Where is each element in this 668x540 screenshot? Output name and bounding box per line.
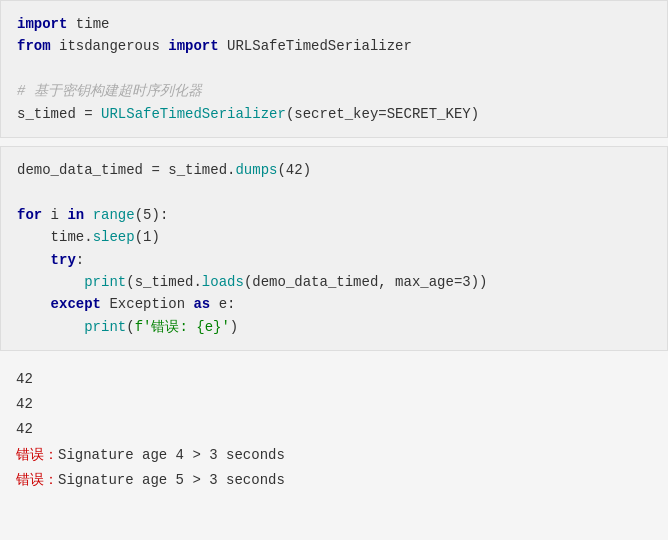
- page-container: import time from itsdangerous import URL…: [0, 0, 668, 501]
- code-line: [17, 58, 651, 80]
- code-line: [17, 181, 651, 203]
- code-line: import time: [17, 13, 651, 35]
- code-line: time.sleep(1): [17, 226, 651, 248]
- code-line: from itsdangerous import URLSafeTimedSer…: [17, 35, 651, 57]
- code-block-2: demo_data_timed = s_timed.dumps(42) for …: [0, 146, 668, 351]
- code-line: except Exception as e:: [17, 293, 651, 315]
- code-line: print(f'错误: {e}'): [17, 316, 651, 338]
- code-line-comment: # 基于密钥构建超时序列化器: [17, 80, 651, 102]
- code-line: print(s_timed.loads(demo_data_timed, max…: [17, 271, 651, 293]
- output-line-4: 错误：Signature age 4 > 3 seconds: [16, 443, 652, 468]
- output-line-1: 42: [16, 367, 652, 392]
- code-line: for i in range(5):: [17, 204, 651, 226]
- output-block: 42 42 42 错误：Signature age 4 > 3 seconds …: [0, 359, 668, 501]
- code-line: try:: [17, 249, 651, 271]
- code-block-1: import time from itsdangerous import URL…: [0, 0, 668, 138]
- code-line: s_timed = URLSafeTimedSerializer(secret_…: [17, 103, 651, 125]
- output-line-3: 42: [16, 417, 652, 442]
- output-line-2: 42: [16, 392, 652, 417]
- code-line: demo_data_timed = s_timed.dumps(42): [17, 159, 651, 181]
- output-line-5: 错误：Signature age 5 > 3 seconds: [16, 468, 652, 493]
